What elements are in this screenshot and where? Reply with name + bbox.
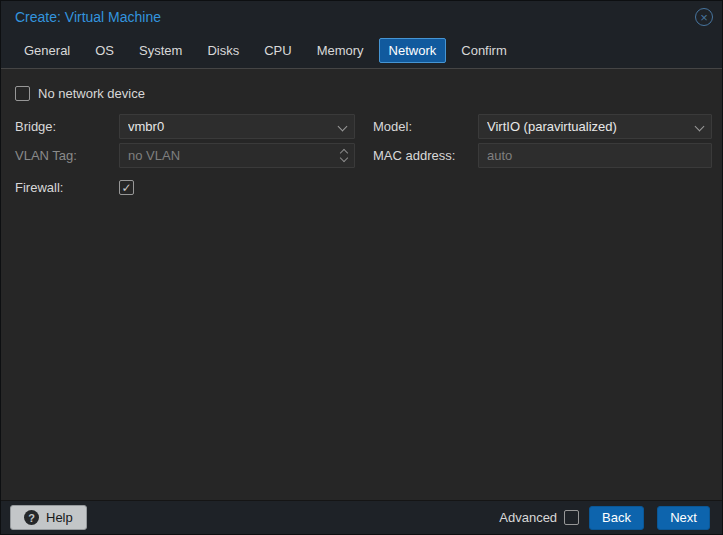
mac-address-input[interactable] bbox=[478, 143, 712, 168]
check-icon: ✓ bbox=[121, 182, 131, 194]
advanced-label: Advanced bbox=[499, 510, 557, 525]
tab-network[interactable]: Network bbox=[379, 38, 447, 63]
firewall-checkbox[interactable]: ✓ bbox=[119, 180, 134, 195]
close-icon: × bbox=[700, 11, 708, 24]
footer-actions: Advanced Back Next bbox=[499, 506, 710, 530]
tab-os[interactable]: OS bbox=[85, 38, 124, 63]
tab-general[interactable]: General bbox=[14, 38, 80, 63]
wizard-tabbar: General OS System Disks CPU Memory Netwo… bbox=[1, 33, 722, 68]
bridge-combobox[interactable] bbox=[119, 114, 355, 139]
model-label: Model: bbox=[355, 119, 478, 134]
vlan-tag-spinner-input[interactable] bbox=[119, 143, 355, 168]
tab-memory[interactable]: Memory bbox=[307, 38, 374, 63]
titlebar: Create: Virtual Machine × bbox=[1, 1, 722, 33]
next-button[interactable]: Next bbox=[657, 506, 710, 530]
bridge-field bbox=[119, 114, 355, 139]
close-button[interactable]: × bbox=[695, 8, 713, 26]
no-network-device-label: No network device bbox=[38, 86, 145, 101]
network-form-grid: Bridge: Model: VLAN Tag: MAC address: bbox=[15, 114, 708, 200]
footer-toolbar: ? Help Advanced Back Next bbox=[1, 501, 722, 534]
bridge-label: Bridge: bbox=[15, 119, 119, 134]
firewall-label: Firewall: bbox=[15, 180, 119, 195]
mac-address-field bbox=[478, 143, 712, 168]
help-button-label: Help bbox=[46, 510, 73, 525]
create-vm-dialog: Create: Virtual Machine × General OS Sys… bbox=[0, 0, 723, 535]
model-field bbox=[478, 114, 712, 139]
tab-disks[interactable]: Disks bbox=[197, 38, 249, 63]
vlan-tag-field bbox=[119, 143, 355, 168]
spinner-down-icon[interactable] bbox=[340, 154, 348, 162]
mac-address-label: MAC address: bbox=[355, 148, 478, 163]
vlan-tag-label: VLAN Tag: bbox=[15, 148, 119, 163]
help-icon: ? bbox=[24, 510, 39, 525]
model-combobox[interactable] bbox=[478, 114, 712, 139]
firewall-cell: ✓ bbox=[119, 175, 355, 200]
no-network-device-checkbox[interactable] bbox=[15, 86, 30, 101]
help-button[interactable]: ? Help bbox=[10, 505, 87, 530]
dialog-title: Create: Virtual Machine bbox=[15, 9, 161, 25]
advanced-checkbox[interactable] bbox=[564, 510, 579, 525]
tab-confirm[interactable]: Confirm bbox=[451, 38, 517, 63]
tab-cpu[interactable]: CPU bbox=[254, 38, 301, 63]
spinner-arrows-icon[interactable] bbox=[341, 143, 347, 168]
no-network-device-row: No network device bbox=[15, 86, 708, 101]
tab-system[interactable]: System bbox=[129, 38, 192, 63]
back-button[interactable]: Back bbox=[589, 506, 644, 530]
network-tab-panel: No network device Bridge: Model: VLAN Ta… bbox=[1, 68, 722, 501]
